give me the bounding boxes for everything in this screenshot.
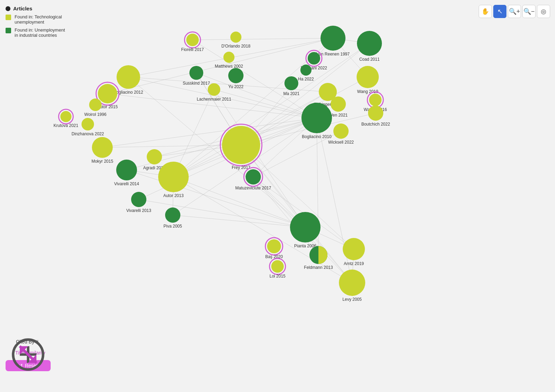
node-label-bogliacino2012: Bogliacino 2012	[113, 90, 143, 95]
node-circle	[284, 76, 298, 90]
node-circle	[165, 207, 180, 223]
node-vivarelli2014[interactable]: Vivarelli 2014	[114, 160, 139, 186]
node-matuzeviciute2017[interactable]: Matuzeviciute 2017	[235, 168, 271, 190]
node-label-dorlando2018: D'Orlando 2018	[221, 44, 250, 49]
node-circle	[98, 84, 117, 103]
node-label-mokyr2015: Mokyr 2015	[92, 159, 113, 164]
main-container: Fiorelli 2017D'Orlando 2018Matthews 2002…	[0, 0, 555, 392]
node-arntz2019[interactable]: Arntz 2019	[343, 238, 365, 266]
node-circle	[300, 65, 311, 76]
node-matthews2002[interactable]: Matthews 2002	[215, 52, 243, 69]
node-ma2021[interactable]: Ma 2021	[283, 76, 300, 96]
node-circle	[208, 83, 220, 96]
node-label-pianta2006: Pianta 2006	[294, 244, 316, 248]
node-circle	[60, 111, 71, 122]
legend-color-yellow	[6, 15, 11, 20]
node-circle	[333, 123, 349, 139]
node-feldmann2013[interactable]: Feldmann 2013	[304, 246, 333, 270]
node-circle	[290, 212, 321, 242]
node-coad2011[interactable]: Coad 2011	[357, 31, 382, 62]
node-label-vivarelli2014: Vivarelli 2014	[114, 181, 139, 186]
legend-panel: Articles Found in: Technological unemplo…	[6, 6, 68, 38]
node-circle	[301, 103, 332, 133]
node-susskind2017[interactable]: Susskind 2017	[183, 66, 210, 86]
node-krutova2021[interactable]: Krutova 2021	[53, 109, 78, 128]
toolbar: ✋ ↖ 🔍+ 🔍− ◎	[479, 5, 550, 18]
node-yu2022[interactable]: Yu 2022	[228, 68, 244, 89]
bottom-panel: Cited By # Title Similarity ↺ Reset	[6, 338, 51, 371]
node-half	[318, 246, 327, 264]
legend-label-2: Found in: Unemployment in industrial cou…	[15, 27, 68, 38]
node-dorlando2018[interactable]: D'Orlando 2018	[221, 32, 250, 49]
node-circle	[158, 162, 189, 192]
node-circle	[267, 239, 281, 253]
node-label-arntz2019: Arntz 2019	[344, 261, 364, 266]
node-vanreenen1997[interactable]: Van Reenen 1997	[316, 26, 350, 57]
node-pianta2006[interactable]: Pianta 2006	[290, 212, 321, 248]
legend-title-text: Articles	[13, 6, 32, 11]
node-circle	[116, 160, 137, 180]
node-label-lachenmaier2011: Lachenmaier 2011	[197, 97, 231, 102]
zoom-in-button[interactable]: 🔍+	[508, 5, 521, 18]
node-lachenmaier2011[interactable]: Lachenmaier 2011	[197, 83, 231, 102]
node-wang2019[interactable]: Wang 2019	[357, 66, 379, 94]
node-label-bogliacino2010: Bogliacino 2010	[302, 134, 332, 139]
node-wicksell2022[interactable]: Wicksell 2022	[328, 123, 354, 145]
pointer-tool-button[interactable]: ↖	[493, 5, 506, 18]
node-autor2013[interactable]: Autor 2013	[158, 162, 189, 198]
legend-color-green	[6, 28, 11, 33]
node-label-feldmann2013: Feldmann 2013	[304, 265, 333, 270]
node-label-boutchich2022: Boutchich 2022	[361, 122, 390, 127]
node-label-yu2022: Yu 2022	[228, 84, 244, 89]
edge	[173, 215, 305, 227]
node-circle	[228, 68, 244, 83]
node-circle	[271, 260, 284, 273]
legend-item-2: Found in: Unemployment in industrial cou…	[6, 27, 68, 38]
node-circle	[357, 66, 379, 88]
node-circle	[321, 26, 345, 51]
focus-button[interactable]: ◎	[537, 5, 550, 18]
node-circle	[343, 238, 365, 260]
node-circle	[331, 96, 346, 112]
hand-tool-button[interactable]: ✋	[479, 5, 492, 18]
node-circle	[117, 65, 140, 89]
node-levy2005[interactable]: Levy 2005	[339, 270, 365, 302]
legend-item-1: Found in: Technological unemployment	[6, 14, 68, 25]
node-label-ma2021: Ma 2021	[283, 91, 300, 96]
graph-svg: Fiorelli 2017D'Orlando 2018Matthews 2002…	[0, 0, 555, 392]
node-label-piva2005: Piva 2005	[163, 224, 182, 229]
node-label-woirol1996: Woirol 1996	[84, 112, 106, 117]
legend-label-1: Found in: Technological unemployment	[15, 14, 68, 25]
node-label-vivarelli2013: Vivarelli 2013	[126, 208, 151, 213]
node-circle	[223, 52, 234, 63]
node-bas2020[interactable]: Baş 2020	[265, 238, 283, 259]
node-loi2015[interactable]: Loi 2015	[270, 258, 285, 279]
node-circle	[222, 126, 260, 164]
node-label-matuzeviciute2017: Matuzeviciute 2017	[235, 186, 271, 190]
node-circle	[308, 52, 320, 65]
edge	[127, 170, 305, 227]
node-circle	[246, 169, 261, 185]
node-circle	[186, 34, 199, 46]
title-similarity-item: Title Similarity	[6, 349, 51, 357]
node-circle	[147, 149, 162, 164]
legend-dot	[6, 6, 10, 11]
edge	[139, 199, 305, 227]
node-label-dinzhanova2022: Dinzhanova 2022	[71, 131, 104, 136]
node-bogliacino2010[interactable]: Bogliacino 2010	[301, 103, 332, 139]
node-circle	[369, 94, 382, 106]
zoom-out-button[interactable]: 🔍−	[522, 5, 536, 18]
node-mokyr2015[interactable]: Mokyr 2015	[92, 137, 113, 164]
node-circle	[357, 31, 382, 56]
node-circle	[230, 32, 241, 43]
node-vivarelli2013[interactable]: Vivarelli 2013	[126, 192, 151, 213]
node-fiorelli2017[interactable]: Fiorelli 2017	[181, 32, 204, 52]
legend-title: Articles	[6, 6, 68, 11]
node-label-wicksell2022: Wicksell 2022	[328, 140, 354, 145]
title-similarity-icon	[6, 349, 13, 357]
node-circle	[92, 137, 113, 158]
node-circle	[368, 105, 383, 121]
node-label-coad2011: Coad 2011	[359, 57, 380, 62]
node-label-matthews2002: Matthews 2002	[215, 64, 243, 69]
node-label-fiorelli2017: Fiorelli 2017	[181, 47, 204, 52]
